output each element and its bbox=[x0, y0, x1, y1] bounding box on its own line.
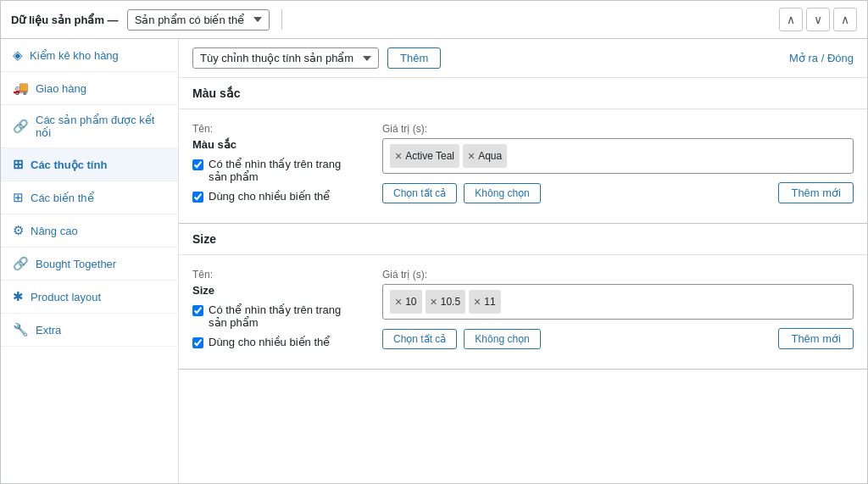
attr-block-mau-sac: Màu sắc Tên: Màu sắc Có thể nhìn thấy tr… bbox=[179, 78, 867, 224]
ten-label-mau-sac: Tên: bbox=[192, 123, 362, 135]
tags-area-mau-sac: × Active Teal × Aqua bbox=[382, 138, 854, 174]
attr-left-size: Tên: Size Có thể nhìn thấy trên trang sả… bbox=[192, 269, 362, 355]
link-icon: 🔗 bbox=[13, 119, 29, 134]
tag-label-active-teal: Active Teal bbox=[405, 150, 454, 162]
attr-right-size: Giá trị (s): × 10 × 10.5 bbox=[382, 269, 854, 355]
sidebar-label-cac-bien-the: Các biến thể bbox=[31, 192, 94, 204]
sidebar-label-giao-hang: Giao hàng bbox=[36, 82, 86, 95]
gia-tri-label-size: Giá trị (s): bbox=[382, 269, 854, 281]
sidebar-item-product-layout[interactable]: ✱ Product layout bbox=[1, 281, 178, 314]
tag-remove-10-5[interactable]: × bbox=[431, 296, 437, 308]
tag-label-10-5: 10.5 bbox=[441, 296, 460, 308]
gia-tri-label-mau-sac: Giá trị (s): bbox=[382, 123, 854, 135]
checkbox-visible-input-size[interactable] bbox=[192, 305, 203, 316]
tag-label-10: 10 bbox=[405, 296, 416, 308]
tag-label-11: 11 bbox=[484, 296, 495, 308]
select-all-button-size[interactable]: Chọn tất cả bbox=[382, 329, 457, 349]
tag-remove-11[interactable]: × bbox=[474, 296, 481, 308]
chevron-collapse-button[interactable]: ∧ bbox=[833, 8, 857, 31]
sidebar-label-kiem-ke: Kiểm kê kho hàng bbox=[30, 49, 119, 62]
no-select-button-size[interactable]: Không chọn bbox=[464, 329, 540, 349]
truck-icon: 🚚 bbox=[13, 81, 29, 96]
attr-buttons-size: Chọn tất cả Không chọn Thêm mới bbox=[382, 328, 854, 349]
sidebar: ◈ Kiểm kê kho hàng 🚚 Giao hàng 🔗 Các sản… bbox=[1, 39, 179, 483]
no-select-button-mau-sac[interactable]: Không chọn bbox=[464, 183, 540, 203]
attr-right-mau-sac: Giá trị (s): × Active Teal × Aqua bbox=[382, 123, 854, 209]
attr-block-size: Size Tên: Size Có thể nhìn thấy trên tra… bbox=[179, 224, 867, 370]
main-layout: ◈ Kiểm kê kho hàng 🚚 Giao hàng 🔗 Các sản… bbox=[1, 39, 867, 483]
checkbox-multi-mau-sac: Dùng cho nhiều biến thể bbox=[192, 190, 362, 203]
tag-aqua: × Aqua bbox=[463, 144, 507, 168]
custom-attr-select[interactable]: Tùy chỉnh thuộc tính sản phẩm Màu sắc Si… bbox=[192, 47, 379, 69]
open-close-link[interactable]: Mở ra / Đóng bbox=[789, 52, 854, 64]
add-new-button-size[interactable]: Thêm mới bbox=[778, 328, 854, 349]
checkbox-visible-size: Có thể nhìn thấy trên trang sản phẩm bbox=[192, 303, 362, 329]
attr-block-header-mau-sac: Màu sắc bbox=[179, 78, 867, 109]
checkbox-multi-input-mau-sac[interactable] bbox=[192, 192, 203, 203]
attr-block-body-mau-sac: Tên: Màu sắc Có thể nhìn thấy trên trang… bbox=[179, 109, 867, 223]
checkbox-visible-mau-sac: Có thể nhìn thấy trên trang sản phẩm bbox=[192, 158, 362, 183]
top-bar-divider bbox=[281, 9, 282, 30]
sidebar-item-kiem-ke[interactable]: ◈ Kiểm kê kho hàng bbox=[1, 39, 178, 72]
chevron-down-button[interactable]: ∨ bbox=[806, 8, 830, 31]
tag-active-teal: × Active Teal bbox=[390, 144, 459, 168]
sidebar-item-giao-hang[interactable]: 🚚 Giao hàng bbox=[1, 72, 178, 105]
add-new-button-mau-sac[interactable]: Thêm mới bbox=[778, 182, 854, 203]
select-all-button-mau-sac[interactable]: Chọn tất cả bbox=[382, 183, 457, 203]
link2-icon: 🔗 bbox=[13, 256, 29, 271]
attributes-list: Màu sắc Tên: Màu sắc Có thể nhìn thấy tr… bbox=[179, 78, 867, 370]
checkbox-multi-input-size[interactable] bbox=[192, 337, 203, 348]
sidebar-label-cac-sp-ket-noi: Các sản phẩm được kết nối bbox=[36, 114, 166, 139]
checkbox-visible-input-mau-sac[interactable] bbox=[192, 159, 203, 170]
sidebar-item-cac-sp-ket-noi[interactable]: 🔗 Các sản phẩm được kết nối bbox=[1, 105, 178, 148]
sidebar-item-cac-bien-the[interactable]: ⊞ Các biến thể bbox=[1, 181, 178, 214]
tag-11: × 11 bbox=[469, 290, 501, 314]
tags-area-size: × 10 × 10.5 × 11 bbox=[382, 284, 854, 320]
tag-remove-active-teal[interactable]: × bbox=[395, 150, 402, 162]
sidebar-item-nang-cao[interactable]: ⚙ Nâng cao bbox=[1, 214, 178, 248]
sidebar-label-extra: Extra bbox=[36, 324, 61, 337]
sidebar-label-nang-cao: Nâng cao bbox=[31, 225, 78, 237]
grid2-icon: ⊞ bbox=[13, 190, 24, 205]
product-data-title: Dữ liệu sản phẩm — bbox=[11, 14, 119, 26]
attr-block-header-size: Size bbox=[179, 224, 867, 255]
checkbox-multi-size: Dùng cho nhiều biến thể bbox=[192, 336, 362, 348]
tag-10: × 10 bbox=[390, 290, 422, 314]
field-name-size: Size bbox=[192, 284, 362, 297]
sidebar-label-cac-thuoc-tinh: Các thuộc tính bbox=[31, 159, 107, 171]
top-bar: Dữ liệu sản phẩm — Sản phẩm có biến thểS… bbox=[1, 1, 867, 39]
attr-left-mau-sac: Tên: Màu sắc Có thể nhìn thấy trên trang… bbox=[192, 123, 362, 209]
field-name-mau-sac: Màu sắc bbox=[192, 138, 362, 151]
gear-icon: ⚙ bbox=[13, 223, 24, 238]
them-button[interactable]: Thêm bbox=[387, 47, 441, 69]
attr-select-row: Tùy chỉnh thuộc tính sản phẩm Màu sắc Si… bbox=[179, 39, 867, 78]
top-bar-actions: ∧ ∨ ∧ bbox=[779, 8, 857, 31]
main-container: Dữ liệu sản phẩm — Sản phẩm có biến thểS… bbox=[0, 0, 868, 484]
star-icon: ✱ bbox=[13, 289, 24, 304]
wrench-icon: 🔧 bbox=[13, 322, 29, 337]
sidebar-label-product-layout: Product layout bbox=[31, 291, 101, 303]
sidebar-item-bought-together[interactable]: 🔗 Bought Together bbox=[1, 248, 178, 281]
ten-label-size: Tên: bbox=[192, 269, 362, 281]
sidebar-item-cac-thuoc-tinh[interactable]: ⊞ Các thuộc tính bbox=[1, 148, 178, 181]
sidebar-item-extra[interactable]: 🔧 Extra bbox=[1, 314, 178, 347]
sidebar-label-bought-together: Bought Together bbox=[36, 258, 116, 270]
attr-buttons-mau-sac: Chọn tất cả Không chọn Thêm mới bbox=[382, 182, 854, 203]
tag-10-5: × 10.5 bbox=[426, 290, 466, 314]
grid-icon: ⊞ bbox=[13, 157, 24, 172]
chevron-up-button[interactable]: ∧ bbox=[779, 8, 803, 31]
content-area: Tùy chỉnh thuộc tính sản phẩm Màu sắc Si… bbox=[179, 39, 867, 483]
tag-label-aqua: Aqua bbox=[478, 150, 502, 162]
diamond-icon: ◈ bbox=[13, 47, 23, 63]
attr-block-body-size: Tên: Size Có thể nhìn thấy trên trang sả… bbox=[179, 255, 867, 369]
tag-remove-aqua[interactable]: × bbox=[468, 150, 475, 162]
product-type-select[interactable]: Sản phẩm có biến thểSản phẩm đơn giảnSản… bbox=[127, 9, 270, 31]
tag-remove-10[interactable]: × bbox=[395, 296, 402, 308]
